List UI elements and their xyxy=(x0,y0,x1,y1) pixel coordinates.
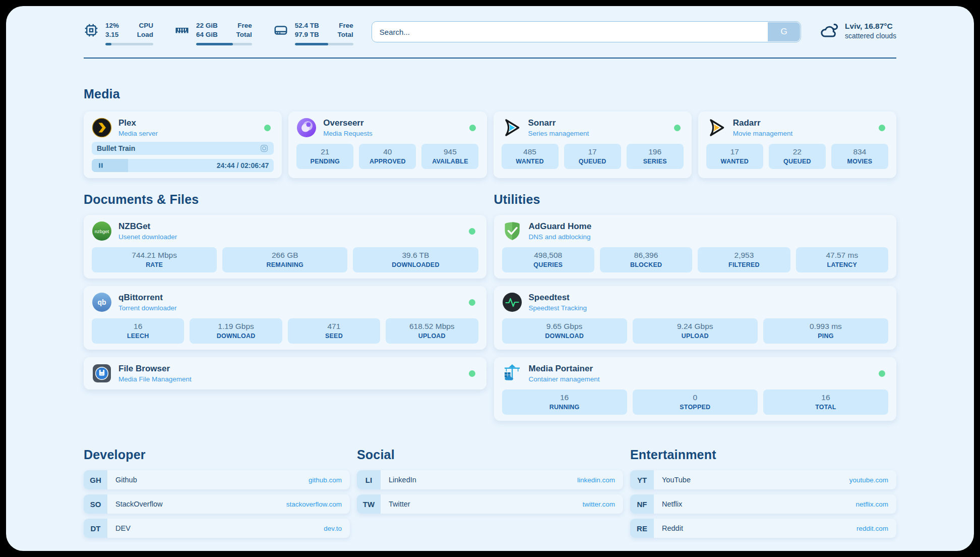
link-url: stackoverflow.com xyxy=(286,500,342,508)
section-title-social: Social xyxy=(357,448,623,462)
stat-box-movies: 834MOVIES xyxy=(831,144,888,169)
stat-value: 21 xyxy=(298,147,351,156)
section-title-media: Media xyxy=(84,87,896,101)
app-card-plex[interactable]: PlexMedia serverBullet Train24:44 / 02:0… xyxy=(84,112,282,178)
link-row-stackoverflow[interactable]: SOStackOverflowstackoverflow.com xyxy=(84,494,350,514)
ram-icon xyxy=(174,23,190,38)
stat-box-queries: 498,508QUERIES xyxy=(502,247,594,272)
stat-values: 22 GiB 64 GiB xyxy=(196,21,218,39)
app-card-file-browser[interactable]: File BrowserMedia File Management xyxy=(84,357,486,389)
stat-box-running: 16RUNNING xyxy=(502,389,627,415)
app-card-adguard-home[interactable]: AdGuard HomeDNS and adblocking498,508QUE… xyxy=(494,215,897,278)
link-name: LinkedIn xyxy=(389,476,416,484)
svg-text:qb: qb xyxy=(97,298,106,306)
weather-widget: Lviv, 16.87°C scattered clouds xyxy=(819,21,896,40)
app-description: Media server xyxy=(118,130,158,137)
pause-icon[interactable] xyxy=(97,161,105,170)
link-url: github.com xyxy=(309,476,342,484)
link-name: DEV xyxy=(115,524,131,532)
link-row-youtube[interactable]: YTYouTubeyoutube.com xyxy=(630,470,896,489)
app-card-sonarr[interactable]: SonarrSeries management485WANTED17QUEUED… xyxy=(494,112,692,178)
link-row-netflix[interactable]: NFNetflixnetflix.com xyxy=(630,494,896,514)
link-row-reddit[interactable]: RERedditreddit.com xyxy=(630,519,896,538)
link-name: Twitter xyxy=(389,500,410,508)
stat-label: LATENCY xyxy=(798,261,886,268)
stat-value: 40 xyxy=(361,147,414,156)
app-name: AdGuard Home xyxy=(529,221,592,232)
playback-time: 24:44 / 02:06:47 xyxy=(217,161,269,170)
app-card-qbittorrent[interactable]: qbqBittorrentTorrent downloader16LEECH1.… xyxy=(84,286,486,350)
system-stats: 12% 3.15CPU Load22 GiB 64 GiBFree Total5… xyxy=(84,21,353,45)
search-engine-button[interactable]: G xyxy=(768,22,800,41)
system-stat-ram: 22 GiB 64 GiBFree Total xyxy=(174,21,252,45)
usage-bar xyxy=(295,43,353,45)
stat-label: BLOCKED xyxy=(602,261,690,268)
stat-value: 266 GB xyxy=(224,251,345,260)
adguard-icon xyxy=(502,221,522,241)
status-dot-online xyxy=(879,125,885,131)
speedtest-icon xyxy=(502,292,522,312)
link-row-github[interactable]: GHGithubgithub.com xyxy=(84,470,350,489)
stat-value: 485 xyxy=(504,147,557,156)
app-name: NZBGet xyxy=(118,221,177,232)
stat-box-stopped: 0STOPPED xyxy=(633,389,758,415)
stat-value: 0.993 ms xyxy=(765,322,886,331)
stat-box-total: 16TOTAL xyxy=(763,389,888,415)
stat-value: 9.24 Gbps xyxy=(635,322,756,331)
stat-label: LEECH xyxy=(94,332,182,340)
link-row-dev[interactable]: DTDEVdev.to xyxy=(84,519,350,538)
status-dot-online xyxy=(469,125,476,131)
stat-value: 834 xyxy=(833,147,886,156)
stat-label: RUNNING xyxy=(504,404,625,411)
stat-value: 47.57 ms xyxy=(798,251,886,260)
stat-box-upload: 618.52 MbpsUPLOAD xyxy=(386,318,478,344)
cloud-icon xyxy=(819,21,838,40)
status-dot-online xyxy=(674,125,681,131)
link-badge: YT xyxy=(630,470,654,489)
stat-box-filtered: 2,953FILTERED xyxy=(698,247,790,272)
status-dot-online xyxy=(264,125,271,131)
header: 12% 3.15CPU Load22 GiB 64 GiBFree Total5… xyxy=(84,21,896,45)
section-media: MediaPlexMedia serverBullet Train24:44 /… xyxy=(84,87,896,178)
link-badge: SO xyxy=(84,494,107,514)
bookmark-section-entertainment: EntertainmentYTYouTubeyoutube.comNFNetfl… xyxy=(630,448,896,538)
app-card-media-portainer[interactable]: Media PortainerContainer management16RUN… xyxy=(494,357,897,421)
stat-box-wanted: 485WANTED xyxy=(502,144,559,169)
stat-labels: Free Total xyxy=(334,21,353,39)
link-row-linkedin[interactable]: LILinkedInlinkedin.com xyxy=(357,470,623,489)
app-card-nzbget[interactable]: nzbgetNZBGetUsenet downloader744.21 Mbps… xyxy=(84,215,486,278)
app-name: File Browser xyxy=(118,364,192,374)
weather-location: Lviv, 16.87°C xyxy=(845,22,896,31)
stat-label: UPLOAD xyxy=(635,332,756,340)
link-name: YouTube xyxy=(662,476,691,484)
camera-icon[interactable] xyxy=(260,144,269,153)
stat-value: 0 xyxy=(635,393,756,402)
bookmark-section-developer: DeveloperGHGithubgithub.comSOStackOverfl… xyxy=(84,448,350,538)
stat-value: 9.65 Gbps xyxy=(504,322,625,331)
stat-value: 196 xyxy=(629,147,682,156)
search-input[interactable] xyxy=(372,21,801,42)
app-card-speedtest[interactable]: SpeedtestSpeedtest Tracking9.65 GbpsDOWN… xyxy=(494,286,897,350)
stat-box-seed: 471SEED xyxy=(288,318,380,344)
stat-label: DOWNLOAD xyxy=(192,332,280,340)
stat-box-series: 196SERIES xyxy=(627,144,684,169)
app-card-radarr[interactable]: RadarrMovie management17WANTED22QUEUED83… xyxy=(698,112,896,178)
stat-value: 17 xyxy=(566,147,619,156)
stat-value: 744.21 Mbps xyxy=(94,251,215,260)
app-card-overseerr[interactable]: OverseerrMedia Requests21PENDING40APPROV… xyxy=(288,112,486,178)
stat-label: TOTAL xyxy=(765,404,886,411)
app-name: qBittorrent xyxy=(118,293,177,303)
stat-label: WANTED xyxy=(504,158,557,165)
section-title-developer: Developer xyxy=(84,448,350,462)
stat-label: AVAILABLE xyxy=(423,158,476,165)
disk-icon xyxy=(273,23,288,38)
stat-box-queued: 17QUEUED xyxy=(564,144,621,169)
stat-label: QUEUED xyxy=(771,158,824,165)
link-row-twitter[interactable]: TWTwittertwitter.com xyxy=(357,494,623,514)
link-name: Reddit xyxy=(662,524,683,532)
stat-box-available: 945AVAILABLE xyxy=(421,144,478,169)
section-title-documents-files: Documents & Files xyxy=(84,192,486,207)
link-url: dev.to xyxy=(324,525,342,532)
stat-value: 618.52 Mbps xyxy=(388,322,476,331)
link-badge: TW xyxy=(357,494,381,514)
